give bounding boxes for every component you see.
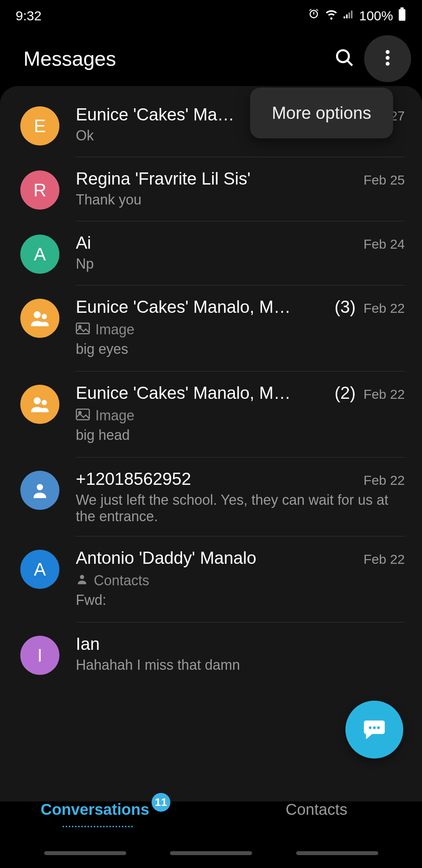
conversation-item[interactable]: RRegina 'Fravrite Lil Sis'Feb 25Thank yo…: [0, 157, 422, 221]
conversation-date: Feb 22: [363, 387, 405, 402]
svg-point-19: [377, 726, 380, 729]
svg-point-15: [37, 484, 43, 490]
avatar-group-icon: [20, 385, 59, 424]
attachment-label: Image: [95, 321, 134, 338]
svg-point-17: [369, 726, 372, 729]
conversation-body: Regina 'Fravrite Lil Sis'Feb 25Thank you: [76, 169, 405, 210]
contact-name: Regina 'Fravrite Lil Sis': [76, 169, 356, 188]
conversation-item[interactable]: AAntonio 'Daddy' ManaloFeb 22ContactsFwd…: [0, 536, 422, 622]
avatar-person-icon: [20, 471, 59, 510]
message-preview: big head: [76, 427, 405, 443]
attachment-label: Image: [95, 407, 134, 424]
message-preview: We just left the school. Yes, they can w…: [76, 492, 405, 525]
contact-name: Ian: [76, 634, 397, 654]
nav-back-handle[interactable]: [296, 851, 378, 855]
message-preview: Np: [76, 256, 405, 272]
conversation-date: Feb 24: [363, 237, 405, 252]
conversation-item[interactable]: Eunice 'Cakes' Manalo, M…(3)Feb 22Imageb…: [0, 285, 422, 371]
contact-card-icon: [76, 572, 88, 589]
search-icon: [334, 48, 355, 70]
avatar-letter: E: [20, 106, 59, 145]
conversation-body: Eunice 'Cakes' Manalo, M…(2)Feb 22Imageb…: [76, 383, 405, 443]
attachment-label: Contacts: [94, 572, 149, 589]
svg-line-3: [347, 61, 352, 66]
avatar-letter: I: [20, 636, 59, 675]
contact-name: Eunice 'Cakes' Manalo, M…: [76, 297, 327, 317]
conversation-body: Eunice 'Cakes' Manalo, M…(3)Feb 22Imageb…: [76, 297, 405, 357]
attachment-line: Image: [76, 321, 405, 338]
svg-point-2: [337, 50, 349, 62]
wifi-icon: [325, 7, 338, 24]
conversations-badge: 11: [152, 793, 170, 812]
member-count: (3): [334, 297, 356, 317]
contact-name: Antonio 'Daddy' Manalo: [76, 548, 356, 568]
compose-fab[interactable]: [345, 701, 403, 759]
conversation-item[interactable]: AAiFeb 24Np: [0, 221, 422, 285]
tooltip-label: More options: [272, 103, 371, 122]
conversation-date: Feb 22: [363, 473, 405, 488]
nav-home-handle[interactable]: [170, 851, 252, 855]
active-underline: [63, 826, 133, 827]
app-header: Messages: [0, 31, 422, 86]
tab-label: Conversations: [41, 801, 149, 818]
android-nav-bar: [0, 845, 422, 861]
conversation-top-line: Eunice 'Cakes' Manalo, M…(2)Feb 22: [76, 383, 405, 403]
attachment-line: Image: [76, 407, 405, 424]
conversation-date: Feb 22: [363, 552, 405, 567]
avatar-letter: A: [20, 235, 59, 274]
status-bar: 9:32 100%: [0, 0, 422, 31]
svg-rect-1: [401, 7, 404, 9]
svg-point-12: [42, 400, 47, 405]
more-options-button[interactable]: [364, 35, 411, 82]
member-count: (2): [334, 383, 356, 403]
compose-icon: [362, 716, 387, 743]
conversation-top-line: +12018562952Feb 22: [76, 469, 405, 489]
nav-recent-handle[interactable]: [44, 851, 126, 855]
conversation-list: EEunice 'Cakes' Ma…27OkRRegina 'Fravrite…: [0, 86, 422, 802]
svg-rect-0: [399, 9, 406, 21]
avatar-group-icon: [20, 299, 59, 338]
svg-point-11: [34, 397, 41, 404]
bottom-tabs: Conversations 11 Contacts: [0, 786, 422, 833]
conversation-item[interactable]: Eunice 'Cakes' Manalo, M…(2)Feb 22Imageb…: [0, 371, 422, 457]
more-vertical-icon: [386, 50, 390, 67]
contact-name: Eunice 'Cakes' Manalo, M…: [76, 383, 327, 403]
conversation-body: +12018562952Feb 22We just left the schoo…: [76, 469, 405, 525]
conversation-item[interactable]: +12018562952Feb 22We just left the schoo…: [0, 457, 422, 536]
avatar-letter: R: [20, 170, 59, 210]
avatar-letter: A: [20, 550, 59, 589]
message-preview: Fwd:: [76, 592, 405, 608]
svg-rect-9: [77, 323, 89, 334]
svg-point-8: [42, 314, 47, 319]
more-options-tooltip: More options: [250, 88, 393, 138]
conversation-top-line: Antonio 'Daddy' ManaloFeb 22: [76, 548, 405, 568]
message-preview: big eyes: [76, 341, 405, 357]
svg-point-16: [80, 575, 84, 579]
conversation-date: Feb 22: [363, 301, 405, 316]
signal-icon: [343, 8, 354, 23]
message-preview: Hahahah I miss that damn: [76, 657, 405, 673]
alarm-icon: [308, 8, 320, 23]
conversation-item[interactable]: IIanHahahah I miss that damn: [0, 622, 422, 687]
page-title: Messages: [23, 47, 325, 70]
status-time: 9:32: [16, 8, 41, 23]
conversation-top-line: Eunice 'Cakes' Manalo, M…(3)Feb 22: [76, 297, 405, 317]
image-icon: [76, 321, 90, 338]
search-button[interactable]: [325, 39, 364, 78]
svg-point-5: [386, 56, 390, 60]
svg-point-4: [386, 50, 390, 54]
tab-conversations[interactable]: Conversations 11: [0, 786, 211, 833]
battery-pct: 100%: [359, 8, 393, 23]
svg-point-7: [34, 311, 41, 318]
conversation-top-line: Ian: [76, 634, 405, 654]
message-preview: Thank you: [76, 192, 405, 208]
svg-point-6: [386, 62, 390, 66]
svg-rect-13: [77, 409, 89, 420]
conversation-top-line: Regina 'Fravrite Lil Sis'Feb 25: [76, 169, 405, 188]
tab-contacts[interactable]: Contacts: [211, 786, 422, 833]
status-right: 100%: [308, 7, 406, 24]
tab-label: Contacts: [286, 801, 347, 818]
conversation-top-line: AiFeb 24: [76, 233, 405, 253]
conversation-body: IanHahahah I miss that damn: [76, 634, 405, 675]
conversation-body: Antonio 'Daddy' ManaloFeb 22ContactsFwd:: [76, 548, 405, 608]
